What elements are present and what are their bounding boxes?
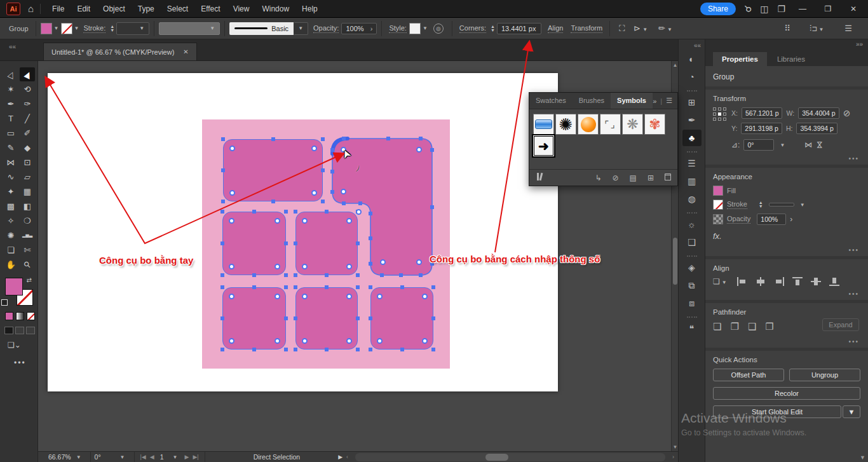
corner-widget[interactable] bbox=[229, 264, 234, 269]
color-panel-icon[interactable]: ◐ bbox=[682, 51, 702, 67]
anchor-point[interactable] bbox=[431, 348, 435, 351]
ungroup-button[interactable]: Ungroup bbox=[789, 369, 860, 381]
anchor-point[interactable] bbox=[220, 348, 224, 351]
gradient-tool[interactable]: ◧ bbox=[20, 199, 35, 213]
rounded-rectangle[interactable] bbox=[370, 287, 433, 350]
transform-link[interactable]: Transform bbox=[571, 24, 602, 33]
anchor-point[interactable] bbox=[369, 285, 372, 289]
brushes-panel-icon[interactable]: ✒ bbox=[682, 112, 702, 128]
menu-item-edit[interactable]: Edit bbox=[71, 4, 97, 13]
color-fill-button[interactable] bbox=[5, 312, 13, 320]
pathfinder-minus-front-icon[interactable]: ❐ bbox=[730, 321, 738, 332]
anchor-point[interactable] bbox=[431, 316, 435, 320]
blend-tool[interactable]: ❍ bbox=[20, 214, 35, 228]
pencil-tool[interactable]: ✎ bbox=[3, 140, 18, 154]
anchor-point[interactable] bbox=[369, 212, 372, 215]
pen-tool[interactable]: ✒ bbox=[3, 97, 18, 111]
anchor-point[interactable] bbox=[252, 210, 256, 214]
magic-wand-tool[interactable]: ✶ bbox=[3, 82, 18, 96]
h-field[interactable]: 354.3994 p bbox=[796, 123, 837, 134]
menu-item-effect[interactable]: Effect bbox=[194, 4, 226, 13]
horizontal-scrollbar[interactable] bbox=[355, 453, 665, 461]
symbol-tool[interactable]: ✺ bbox=[3, 228, 18, 242]
workspace-switcher-icon[interactable]: ⠿ bbox=[784, 24, 790, 33]
select-similar-icon[interactable]: ⊳▼ bbox=[634, 24, 649, 33]
stroke-weight-dropdown[interactable] bbox=[769, 203, 794, 207]
anchor-point[interactable] bbox=[321, 137, 325, 141]
chevron-down-icon[interactable]: ▼ bbox=[423, 25, 428, 31]
direct-selection-tool[interactable]: ▶ bbox=[20, 67, 35, 81]
more-options-icon[interactable]: ••• bbox=[848, 155, 859, 162]
effects-fx-button[interactable]: fx. bbox=[713, 231, 722, 241]
align-top-icon[interactable] bbox=[792, 277, 803, 286]
chevron-right-icon[interactable]: › bbox=[370, 25, 373, 32]
anchor-point[interactable] bbox=[271, 200, 275, 203]
new-symbol-icon[interactable]: ⊞ bbox=[648, 173, 654, 182]
rounded-rectangle[interactable] bbox=[223, 139, 323, 201]
corner-widget[interactable] bbox=[422, 294, 428, 299]
zoom-level-value[interactable]: 66.67% bbox=[48, 453, 71, 461]
anchor-point[interactable] bbox=[221, 168, 225, 172]
anchor-point[interactable] bbox=[294, 273, 297, 277]
rounded-rectangle[interactable] bbox=[222, 287, 286, 350]
anchor-point[interactable] bbox=[430, 148, 434, 152]
free-transform-tool[interactable]: ⊡ bbox=[20, 155, 35, 169]
anchor-point[interactable] bbox=[419, 137, 423, 140]
selection-tool[interactable]: ▷ bbox=[3, 67, 18, 81]
symbols-panel-icon[interactable]: ♣ bbox=[682, 130, 702, 146]
anchor-point[interactable] bbox=[221, 200, 225, 203]
anchor-point[interactable] bbox=[294, 348, 297, 351]
anchor-point[interactable] bbox=[356, 241, 360, 245]
anchor-point[interactable] bbox=[284, 285, 288, 289]
corner-widget[interactable] bbox=[422, 338, 428, 344]
color-guide-icon[interactable]: ◔ bbox=[682, 69, 702, 85]
document-setup-globe-icon[interactable]: ◍ bbox=[433, 24, 444, 34]
y-field[interactable]: 291.3198 p bbox=[741, 123, 782, 134]
rounded-rectangle[interactable] bbox=[295, 287, 358, 350]
corner-widget[interactable] bbox=[380, 259, 386, 265]
expand-dock-icon[interactable]: »» bbox=[856, 41, 863, 48]
stroke-weight-dropdown[interactable]: ▼ bbox=[116, 22, 149, 35]
anchor-point[interactable] bbox=[325, 210, 329, 214]
more-options-icon[interactable]: ••• bbox=[848, 247, 859, 254]
shaper-tool[interactable]: ∿ bbox=[3, 170, 18, 184]
corner-widget[interactable] bbox=[229, 190, 235, 196]
flip-horizontal-icon[interactable]: ⋈ bbox=[804, 140, 812, 149]
expand-button[interactable]: Expand bbox=[822, 318, 859, 331]
more-options-icon[interactable]: ••• bbox=[848, 338, 859, 345]
appearance-panel-icon[interactable]: ☼ bbox=[682, 216, 702, 233]
anchor-point[interactable] bbox=[369, 262, 372, 266]
swatches-panel-icon[interactable]: ⊞ bbox=[682, 94, 702, 111]
anchor-point[interactable] bbox=[330, 190, 334, 194]
anchor-point[interactable] bbox=[294, 210, 297, 214]
anchor-point[interactable] bbox=[252, 273, 256, 277]
corners-label[interactable]: Corners: bbox=[459, 24, 486, 33]
curvature-tool[interactable]: ✑ bbox=[20, 97, 35, 111]
symbol-sprayer-tool[interactable]: ✦ bbox=[3, 184, 18, 198]
symbol-libraries-icon[interactable] bbox=[536, 173, 543, 182]
menu-item-help[interactable]: Help bbox=[295, 4, 324, 13]
symbol-arrow[interactable]: ➜ bbox=[533, 135, 554, 156]
expand-panel-icon[interactable]: » bbox=[653, 97, 656, 105]
anchor-point[interactable] bbox=[220, 241, 224, 245]
stroke-weight-stepper[interactable]: ▲▼ bbox=[759, 201, 763, 208]
line-segment-tool[interactable]: ╱ bbox=[20, 111, 35, 125]
document-tab[interactable]: Untitled-1* @ 66.67 % (CMYK/Preview) ✕ bbox=[43, 43, 197, 60]
draw-behind-mode-button[interactable] bbox=[15, 327, 24, 334]
paintbrush-tool[interactable]: ✐ bbox=[20, 126, 35, 140]
stroke-label[interactable]: Stroke bbox=[727, 200, 747, 209]
chevron-right-icon[interactable]: › bbox=[790, 215, 792, 224]
graph-tool[interactable]: ▂▅▃ bbox=[20, 228, 35, 242]
chevron-down-icon[interactable]: ▼ bbox=[54, 25, 59, 31]
anchor-point[interactable] bbox=[369, 236, 372, 240]
align-center-icon[interactable] bbox=[756, 277, 766, 286]
eraser-tool[interactable]: ◆ bbox=[20, 140, 35, 154]
gradient-fill-button[interactable] bbox=[16, 312, 24, 320]
anchor-point[interactable] bbox=[325, 285, 329, 289]
menu-item-file[interactable]: File bbox=[46, 4, 71, 13]
none-fill-button[interactable] bbox=[27, 312, 35, 320]
pathfinder-unite-icon[interactable]: ❏ bbox=[713, 321, 721, 332]
next-artboard-icon[interactable]: ▶ bbox=[184, 454, 189, 460]
hand-tool[interactable]: ✋ bbox=[3, 257, 18, 271]
corner-widget[interactable] bbox=[302, 294, 308, 299]
